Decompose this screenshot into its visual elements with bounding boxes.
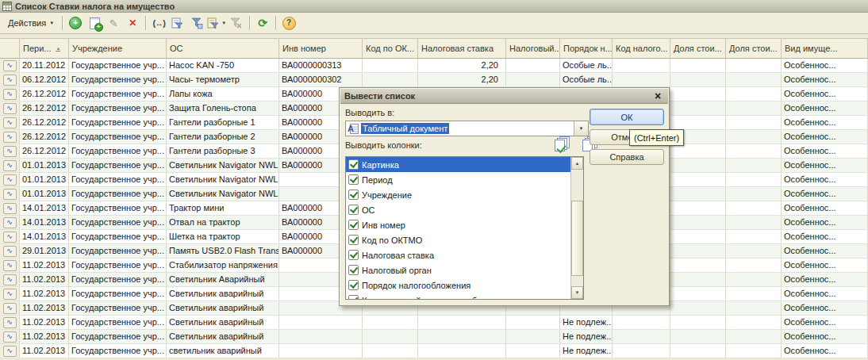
column-header-11[interactable]: Доля стои... xyxy=(726,39,782,58)
actions-menu-button[interactable]: Действия ▼ xyxy=(3,13,59,33)
cell xyxy=(670,144,726,159)
checkbox-checked-icon[interactable] xyxy=(348,280,359,290)
column-header-7[interactable]: Налоговый... xyxy=(506,39,560,58)
table-row[interactable]: ∿11.02.2013Государственное учр...светиль… xyxy=(0,344,868,358)
column-list-item[interactable]: ОС xyxy=(346,202,570,217)
row-icon-cell: ∿ xyxy=(0,187,20,201)
cell xyxy=(418,344,506,358)
edit-button[interactable]: ✎ xyxy=(104,13,123,33)
cell: Особеннос... xyxy=(782,244,868,259)
copy-button[interactable]: + xyxy=(85,13,104,33)
checkbox-checked-icon[interactable] xyxy=(348,159,359,170)
row-icon-cell: ∿ xyxy=(0,130,20,144)
add-button[interactable]: + xyxy=(66,13,85,33)
help-button[interactable]: ? xyxy=(279,13,298,33)
filter-off-icon xyxy=(230,17,243,29)
cell: Особеннос... xyxy=(782,273,868,287)
column-header-3[interactable]: ОС xyxy=(167,39,279,58)
filter-history-button[interactable]: ▼ xyxy=(206,13,227,33)
column-list-item[interactable]: Период xyxy=(346,172,570,187)
application-window: Список Ставки налога на имущество Действ… xyxy=(0,0,868,360)
column-header-5[interactable]: Код по ОК... xyxy=(363,39,418,58)
periodic-record-icon: ∿ xyxy=(3,160,17,171)
toolbar-separator xyxy=(62,16,63,30)
column-list-item[interactable]: Налоговый орган xyxy=(346,262,570,278)
filter-sort-icon xyxy=(171,17,184,29)
cell xyxy=(726,159,782,173)
column-header-4[interactable]: Инв номер xyxy=(279,39,363,58)
checkbox-checked-icon[interactable] xyxy=(348,295,359,300)
checkbox-checked-icon[interactable] xyxy=(348,235,359,245)
column-header-1[interactable]: Пери...▲ xyxy=(20,39,69,58)
checkbox-checked-icon[interactable] xyxy=(348,174,359,185)
output-list-dialog: Вывести список × Выводить в: A Табличный… xyxy=(339,87,670,306)
scroll-up-button[interactable]: ▲ xyxy=(571,157,583,170)
column-header-2[interactable]: Учреждение xyxy=(69,39,167,58)
scroll-down-button[interactable]: ▼ xyxy=(571,286,583,299)
table-row[interactable]: ∿11.02.2013Государственное учр...Светиль… xyxy=(0,316,868,330)
cell xyxy=(363,59,418,73)
cell: 29.01.2013 xyxy=(20,244,69,259)
column-list-item[interactable]: Код налоговой льготы освобождения от нал… xyxy=(346,293,570,300)
disable-filter-button[interactable] xyxy=(227,13,246,33)
table-row[interactable]: ∿20.11.2012Государственное учр...Насос K… xyxy=(0,59,868,73)
column-list-item[interactable]: Код по ОКТМО xyxy=(346,232,570,247)
filter-and-sort-button[interactable] xyxy=(168,13,187,33)
column-list-item[interactable]: Налоговая ставка xyxy=(346,247,570,262)
help-dialog-button[interactable]: Справка xyxy=(590,149,664,165)
row-icon-cell: ∿ xyxy=(0,201,20,216)
table-row[interactable]: ∿11.02.2013Государственное учр...Светиль… xyxy=(0,330,868,344)
ok-button[interactable]: ОК xyxy=(590,109,664,125)
column-header-12[interactable]: Вид имуще... xyxy=(782,39,868,58)
periodic-record-icon: ∿ xyxy=(3,289,17,300)
row-icon-cell: ∿ xyxy=(0,273,20,287)
tooltip-text: (Ctrl+Enter) xyxy=(634,133,679,143)
column-list-item[interactable]: Инв номер xyxy=(346,217,570,232)
cell: Особеннос... xyxy=(782,344,868,358)
checkbox-checked-icon[interactable] xyxy=(348,205,359,215)
cell: Государственное учр... xyxy=(69,316,167,330)
spreadsheet-doc-icon: A xyxy=(348,123,359,135)
checkbox-checked-icon[interactable] xyxy=(348,265,359,275)
cell: Особеннос... xyxy=(782,230,868,244)
output-to-combobox[interactable]: A Табличный документ ▼ xyxy=(345,121,589,136)
cell: Особеннос... xyxy=(782,216,868,230)
checkbox-checked-icon[interactable] xyxy=(348,250,359,260)
scrollbar-thumb[interactable] xyxy=(571,201,583,276)
column-header-8[interactable]: Порядок н... xyxy=(560,39,613,58)
column-list-item[interactable]: Учреждение xyxy=(346,187,570,202)
table-row[interactable]: ∿06.12.2012Государственное учр...Часы- т… xyxy=(0,73,868,87)
column-list-item[interactable]: Картинка xyxy=(346,157,570,172)
cell xyxy=(726,73,782,87)
delete-button[interactable]: ✕ xyxy=(123,13,142,33)
cell xyxy=(726,173,782,187)
periodic-record-icon: ∿ xyxy=(3,103,17,114)
column-header-6[interactable]: Налоговая ставка xyxy=(418,39,506,58)
row-icon-cell: ∿ xyxy=(0,344,20,358)
cell: 11.02.2013 xyxy=(20,316,69,330)
set-interval-button[interactable]: (↔) xyxy=(149,13,168,33)
check-all-button[interactable] xyxy=(555,136,569,151)
refresh-button[interactable]: ⟳ xyxy=(253,13,272,33)
cell: Часы- термометр xyxy=(167,73,279,87)
column-item-label: Инв номер xyxy=(362,220,405,230)
list-scrollbar[interactable]: ▲ ▼ xyxy=(570,157,583,299)
dialog-titlebar[interactable]: Вывести список × xyxy=(340,89,668,104)
checkbox-checked-icon[interactable] xyxy=(348,190,359,200)
column-header-0[interactable] xyxy=(0,39,20,58)
toolbar-separator xyxy=(249,16,250,30)
cell: Особеннос... xyxy=(782,330,868,344)
column-header-9[interactable]: Код налого... xyxy=(613,39,670,58)
column-list-item[interactable]: Порядок налогообложения xyxy=(346,278,570,293)
cell: Особые ль... xyxy=(560,73,613,87)
filter-by-value-button[interactable] xyxy=(187,13,206,33)
cell xyxy=(418,316,506,330)
column-header-10[interactable]: Доля стои... xyxy=(670,39,726,58)
cell: Государственное учр... xyxy=(69,344,167,358)
column-item-label: Период xyxy=(362,175,393,185)
cell xyxy=(726,216,782,230)
combobox-arrow-button[interactable]: ▼ xyxy=(574,121,588,136)
cell: 26.12.2012 xyxy=(20,130,69,144)
close-icon[interactable]: × xyxy=(651,90,664,101)
checkbox-checked-icon[interactable] xyxy=(348,220,359,230)
